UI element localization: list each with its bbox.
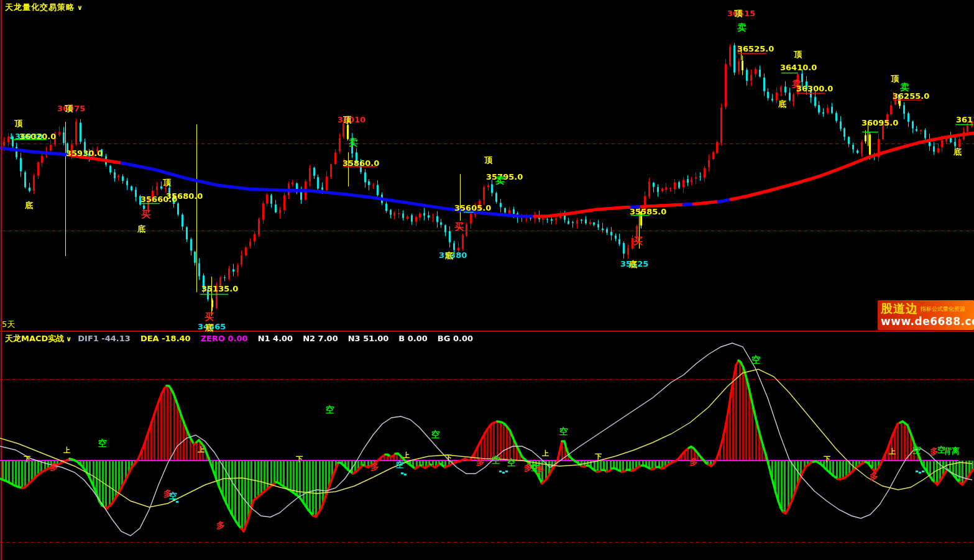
macd-indicator: BG 0.00: [438, 334, 473, 343]
macd-indicator: N3 51.00: [348, 334, 389, 343]
candlestick-price-label: 36010: [338, 116, 365, 124]
macd-marker: 上: [403, 452, 410, 459]
macd-marker: 多: [50, 462, 58, 471]
watermark-tagline: 指标公式量化资源: [921, 305, 965, 313]
candlestick-marker: 买: [454, 223, 464, 232]
macd-marker: 多: [689, 457, 698, 466]
candlestick-price-label: 36300.0: [796, 85, 833, 93]
candlestick-marker: 底: [629, 260, 637, 269]
macd-marker: 下: [296, 456, 303, 462]
top-chart-title[interactable]: 天龙量化交易策略∨: [5, 2, 83, 13]
macd-marker: 空: [559, 427, 568, 436]
candlestick-price-label: 36115: [956, 116, 974, 124]
macd-marker: 多: [870, 472, 878, 480]
macd-indicator: DIF1 -44.13: [78, 334, 131, 343]
macd-marker: 上: [63, 447, 70, 454]
candlestick-price-label: 35930.0: [66, 149, 103, 157]
candlestick-marker: 卖: [900, 83, 909, 92]
period-label: 5天: [2, 319, 15, 330]
candlestick-price-label: 35605.0: [454, 204, 491, 212]
chevron-down-icon: ∨: [66, 335, 71, 343]
candlestick-price-label: 35135.0: [201, 285, 238, 293]
macd-title[interactable]: 天龙MACD实战∨: [5, 334, 71, 343]
macd-marker: 背离: [944, 447, 960, 455]
candlestick-marker: 底: [205, 324, 213, 332]
candlestick-marker: 底: [778, 100, 786, 108]
macd-marker: 空: [326, 405, 334, 414]
macd-indicator: N2 7.00: [303, 334, 338, 343]
macd-title-text: 天龙MACD实战: [5, 334, 64, 343]
macd-indicator-values: DIF1 -44.13DEA -18.40ZERO 0.00N1 4.00N2 …: [78, 334, 483, 343]
macd-marker: 空: [169, 492, 177, 500]
candlestick-marker: 卖: [737, 23, 747, 32]
watermark-brand: 股道边: [881, 301, 918, 315]
candlestick-price-label: 35585.0: [630, 208, 666, 216]
candlestick-marker: 顶: [163, 178, 171, 186]
macd-marker: 空: [431, 430, 440, 439]
candlestick-price-label: 36410.0: [780, 63, 817, 71]
candlestick-price-label: 36020.0: [19, 132, 56, 140]
candlestick-marker: 顶: [14, 119, 22, 127]
macd-marker: 多: [370, 462, 379, 471]
candlestick-price-label: 35680.0: [166, 192, 203, 200]
candlestick-marker: 顶: [343, 116, 351, 124]
candlestick-marker: 底: [445, 252, 453, 260]
trading-app-window: 天龙量化交易策略∨ 5天 天龙MACD实战∨DIF1 -44.13DEA -18…: [0, 0, 974, 560]
candlestick-marker: 卖: [495, 176, 505, 185]
candlestick-marker: 顶: [891, 75, 899, 83]
candlestick-price-label: 35860.0: [342, 159, 379, 167]
macd-header: 天龙MACD实战∨DIF1 -44.13DEA -18.40ZERO 0.00N…: [5, 333, 483, 344]
macd-marker: 下: [445, 454, 452, 461]
macd-marker: 多: [536, 465, 544, 473]
macd-marker: 空: [492, 456, 500, 464]
macd-marker: 上: [198, 446, 204, 453]
macd-indicator: B 0.00: [398, 334, 428, 343]
candlestick-marker: 底: [25, 201, 33, 209]
macd-marker: 多: [476, 457, 485, 466]
macd-marker: 上: [542, 450, 549, 457]
candlestick-price-label: 36255.0: [893, 92, 929, 100]
macd-marker: 空: [507, 458, 516, 467]
macd-marker: 空: [98, 439, 107, 448]
macd-marker: 下: [595, 453, 602, 460]
candlestick-marker: 顶: [794, 50, 802, 58]
macd-indicator: DEA -18.40: [140, 334, 191, 343]
watermark: 股道边 指标公式量化资源 www.de6688.com: [878, 300, 974, 330]
candlestick-marker: 顶: [484, 156, 492, 164]
macd-indicator: ZERO 0.00: [201, 334, 248, 343]
macd-marker: 多: [216, 521, 225, 530]
macd-marker: 下: [824, 456, 830, 462]
chevron-down-icon: ∨: [77, 4, 83, 12]
macd-marker: 空: [912, 446, 921, 454]
watermark-url: www.de6688.com: [881, 315, 971, 328]
candlestick-marker: 顶: [65, 104, 73, 112]
top-chart-title-text: 天龙量化交易策略: [5, 2, 75, 12]
candlestick-price-label: 36095.0: [861, 119, 898, 127]
candlestick-marker: 底: [137, 225, 145, 233]
macd-marker: 上: [889, 448, 896, 455]
macd-marker: 空: [751, 356, 761, 365]
candlestick-marker: 卖: [349, 138, 358, 147]
macd-marker: 空: [396, 461, 404, 469]
macd-marker: 下: [24, 456, 30, 462]
candlestick-marker: 底: [953, 148, 962, 156]
macd-indicator: N1 4.00: [258, 334, 293, 343]
candlestick-marker: 顶: [734, 9, 742, 17]
candlestick-marker: 买: [204, 313, 214, 322]
candlestick-price-label: 36525.0: [737, 45, 774, 53]
candlestick-marker: 买: [633, 237, 643, 246]
candlestick-marker: 买: [141, 210, 150, 219]
